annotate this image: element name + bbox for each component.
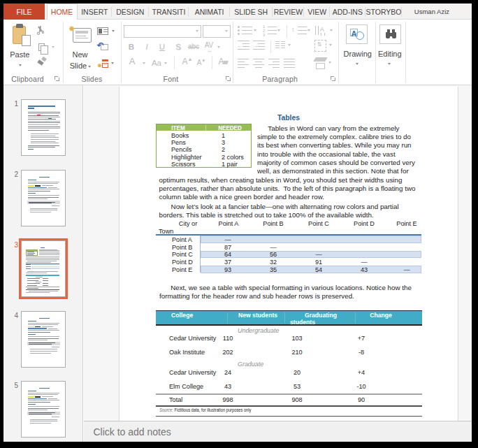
cut-button[interactable] — [36, 25, 45, 38]
columns-button[interactable] — [275, 41, 286, 50]
college-table-cell: 24 — [228, 368, 236, 376]
justify-button[interactable] — [284, 59, 296, 68]
screen: FILEHOMEINSERTDESIGNTRANSITIANIMATISLIDE… — [0, 0, 478, 448]
slide-canvas[interactable]: Tables ITEM NEEDED Books1Pens3Pencils2Hi… — [119, 87, 458, 421]
college-table-cell: 998 — [228, 396, 239, 403]
align-left-button[interactable] — [238, 59, 249, 68]
slide-thumbnail-3[interactable] — [21, 240, 66, 297]
tab-add-ins[interactable]: ADD-INS — [330, 3, 365, 20]
slide-thumbnail-1[interactable] — [21, 99, 66, 156]
tab-insert[interactable]: INSERT — [78, 3, 112, 20]
thumbnail-content-line — [39, 253, 59, 254]
tab-file[interactable]: FILE — [3, 3, 45, 20]
font-name-combobox[interactable] — [124, 25, 201, 38]
editing-button[interactable] — [379, 24, 401, 44]
thumbnail-content-line — [35, 326, 41, 328]
group-separator — [338, 22, 339, 83]
editing-caret — [388, 63, 391, 65]
align-text-button[interactable]: ⇅ — [314, 40, 327, 52]
tab-review[interactable]: REVIEW — [273, 3, 305, 20]
college-table-col-header: College — [171, 312, 193, 319]
tab-home[interactable]: HOME — [47, 3, 78, 20]
slide-thumbnail-number: 2 — [10, 171, 18, 178]
slide-thumbnail-2[interactable] — [21, 170, 66, 226]
paragraph-1-line: well, as demonstrated in this section. N… — [257, 167, 409, 175]
paste-dropdown-caret — [19, 64, 22, 66]
slide-thumbnail-4[interactable] — [21, 311, 66, 368]
paragraph-1-line: its best when converting tables. While y… — [257, 141, 412, 149]
clear-formatting-button[interactable]: A — [217, 57, 229, 66]
city-table-cell: 35 — [273, 266, 281, 273]
thumbnail-content-line — [28, 180, 36, 180]
convert-smartart-button[interactable] — [314, 57, 327, 69]
tab-label: INSERT — [81, 8, 108, 16]
tab-animati[interactable]: ANIMATI — [189, 3, 230, 20]
new-slide-label-line1: New — [63, 50, 98, 59]
drawing-button[interactable]: A — [346, 24, 368, 44]
college-table-cell: 110 — [228, 334, 238, 342]
thumbnail-content-line — [31, 264, 59, 265]
character-spacing-button[interactable]: AV↔ — [203, 41, 215, 50]
thumbnail-content-line — [30, 212, 51, 212]
paragraph-group-label: Paragraph — [256, 75, 305, 83]
format-painter-button[interactable] — [38, 57, 46, 65]
clipboard-dialog-launcher[interactable] — [55, 76, 59, 80]
city-table-header-col1-line1: City or — [188, 219, 208, 227]
college-header-separator — [227, 312, 228, 324]
align-right-button[interactable] — [268, 59, 280, 68]
college-table-col-header: Change — [381, 312, 405, 319]
item-table-cell-needed: 2 colors — [222, 153, 244, 161]
college-table-cell: Cedar University — [169, 334, 216, 342]
character-spacing-caret — [217, 46, 220, 48]
increase-indent-button[interactable]: → — [253, 41, 266, 50]
reset-slide-button[interactable]: ↶ — [97, 43, 108, 50]
thumbnail-content-line — [37, 115, 41, 115]
font-dialog-launcher[interactable] — [226, 76, 230, 80]
underline-button[interactable]: U — [157, 42, 167, 52]
italic-button[interactable]: I — [142, 42, 152, 52]
thumbnail-content-line — [28, 147, 55, 147]
slide-layout-button[interactable] — [97, 27, 108, 35]
slide-thumbnail-number: 4 — [10, 312, 18, 319]
thumbnail-content-line — [30, 419, 57, 420]
thumbnail-content-line — [42, 326, 53, 327]
bold-button[interactable]: B — [126, 42, 136, 52]
strikethrough-button[interactable]: abc — [187, 42, 201, 52]
thumbnail-content-line — [28, 404, 36, 405]
slide-thumbnail-5[interactable] — [21, 381, 66, 438]
tab-slide-sh[interactable]: SLIDE SH — [230, 3, 273, 20]
tab-label: FILE — [16, 8, 31, 16]
tab-storybo[interactable]: STORYBO — [365, 3, 403, 20]
change-case-button[interactable]: Aa — [150, 58, 164, 68]
thumbnail-content-line — [52, 417, 59, 417]
line-spacing-button[interactable]: ↕ — [292, 26, 307, 36]
thumbnail-content-line — [28, 108, 34, 109]
city-table-row-label: Point D — [172, 258, 193, 266]
bullets-button[interactable] — [238, 26, 252, 36]
text-direction-button[interactable]: A — [315, 26, 328, 36]
section-button[interactable] — [97, 58, 108, 68]
tab-view[interactable]: VIEW — [304, 3, 330, 20]
decrease-indent-button[interactable]: ← — [238, 41, 250, 50]
paragraph-1-line: optimum results, when creating tables in… — [159, 176, 403, 184]
city-table-cell: — — [319, 250, 326, 258]
align-center-button[interactable] — [253, 59, 265, 68]
tab-transiti[interactable]: TRANSITI — [149, 3, 189, 20]
paragraph-3-line: Next, we see a table with special format… — [171, 284, 412, 291]
copy-button[interactable] — [38, 43, 45, 51]
city-table-cell: 93 — [228, 266, 236, 273]
notes-pane[interactable]: Click to add notes — [84, 421, 472, 442]
thumbnail-content-line — [39, 388, 50, 389]
text-shadow-button[interactable]: S — [173, 42, 183, 52]
drawing-label: Drawing — [340, 50, 375, 58]
shrink-font-button[interactable]: A▼ — [196, 58, 206, 68]
paragraph-dialog-launcher[interactable] — [331, 76, 335, 80]
thumbnail-content-line — [28, 113, 60, 114]
font-color-button[interactable]: A — [126, 57, 138, 66]
account-user-name[interactable]: Usman Aziz — [414, 3, 449, 20]
city-table-cell: 87 — [228, 243, 236, 251]
font-size-combobox[interactable] — [203, 25, 231, 38]
numbering-button[interactable]: 123 — [263, 26, 277, 36]
tab-design[interactable]: DESIGN — [112, 3, 149, 20]
grow-font-button[interactable]: A▲ — [182, 57, 193, 66]
